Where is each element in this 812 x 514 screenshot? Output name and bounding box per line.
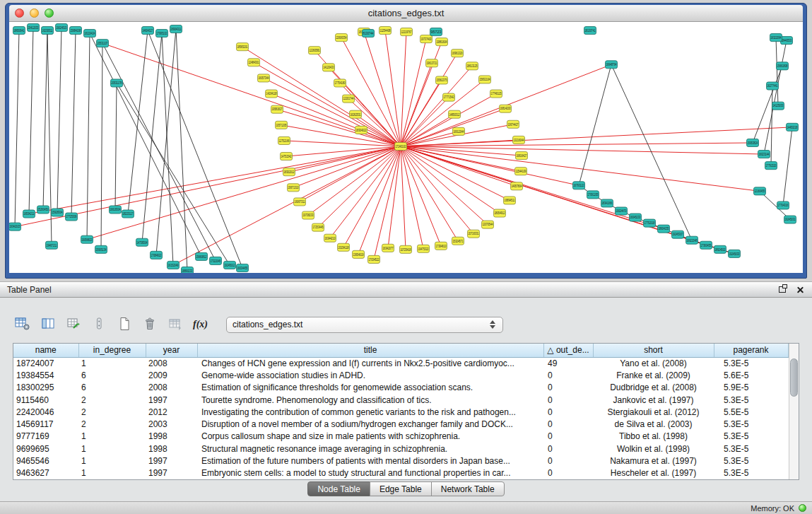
cell-name[interactable]: 18724007: [13, 357, 78, 369]
graph-node[interactable]: 19475322: [418, 245, 430, 252]
table-row[interactable]: 1830029562008Estimation of significance …: [13, 382, 788, 394]
graph-node[interactable]: 17791520: [765, 162, 777, 170]
cell-out_degree[interactable]: 0: [543, 394, 593, 406]
table-row[interactable]: 1938455462009Genome-wide association stu…: [13, 369, 788, 381]
tab-edge-table[interactable]: Edge Table: [370, 481, 432, 496]
column-header-in_degree[interactable]: in_degree: [78, 344, 146, 357]
cell-short[interactable]: Jankovic et al. (1997): [593, 394, 714, 406]
graph-node[interactable]: 15562375: [436, 76, 448, 84]
network-graph-canvas[interactable]: 1856520112484301160573441420411819581827…: [9, 22, 803, 273]
graph-node[interactable]: 11544109: [515, 168, 527, 175]
graph-node[interactable]: 19581827: [271, 105, 283, 113]
graph-edge[interactable]: [783, 127, 792, 206]
graph-node[interactable]: 16912044: [453, 127, 465, 135]
graph-node[interactable]: 17084922: [151, 251, 163, 259]
cell-name[interactable]: 18300295: [13, 382, 78, 394]
select-columns-button[interactable]: [37, 314, 59, 335]
graph-node[interactable]: 16922048: [686, 236, 698, 244]
close-panel-icon[interactable]: [796, 285, 805, 294]
graph-node[interactable]: 22606354: [336, 34, 348, 42]
graph-node[interactable]: 16894511: [504, 197, 516, 204]
graph-node[interactable]: 18604155: [658, 225, 670, 233]
graph-node[interactable]: 8130744: [363, 30, 375, 37]
graph-edge[interactable]: [401, 39, 426, 146]
graph-node[interactable]: 16230511: [42, 27, 54, 35]
graph-node[interactable]: 18302012: [283, 168, 295, 176]
graph-node[interactable]: 26904311: [170, 25, 182, 33]
cell-year[interactable]: 1997: [146, 467, 197, 479]
cell-year[interactable]: 2008: [146, 357, 197, 369]
graph-node[interactable]: 19467211: [46, 241, 58, 249]
cell-pagerank[interactable]: 5.3E-5: [714, 394, 788, 406]
graph-edge[interactable]: [162, 33, 173, 265]
graph-node[interactable]: 18223117: [122, 210, 134, 218]
cell-in_degree[interactable]: 1: [78, 467, 146, 479]
table-settings-button[interactable]: [11, 314, 33, 335]
cell-out_degree[interactable]: 49: [543, 357, 593, 369]
graph-node[interactable]: 17752018: [644, 219, 656, 227]
function-builder-button[interactable]: f(x): [189, 314, 211, 335]
cell-name[interactable]: 9777169: [13, 431, 78, 443]
graph-edge[interactable]: [15, 30, 19, 227]
graph-node[interactable]: 13654019: [353, 250, 365, 258]
column-header-short[interactable]: short: [593, 344, 714, 357]
edit-table-button[interactable]: [62, 314, 84, 335]
cell-title[interactable]: Tourette syndrome. Phenomenology and cla…: [197, 394, 543, 406]
column-header-out_degree[interactable]: △ out_de...: [543, 344, 593, 357]
graph-node[interactable]: 19861604: [436, 38, 448, 46]
graph-node[interactable]: 13216044: [513, 136, 525, 144]
graph-node[interactable]: 19245012: [224, 261, 236, 269]
graph-node[interactable]: 16277441: [767, 82, 779, 90]
graph-node[interactable]: 19738233: [302, 211, 314, 219]
graph-node[interactable]: 19245031: [784, 216, 796, 223]
graph-node[interactable]: 14751542: [281, 153, 293, 160]
tab-node-table[interactable]: Node Table: [307, 481, 370, 496]
cell-out_degree[interactable]: 0: [543, 443, 593, 455]
row-tool-button[interactable]: [88, 314, 110, 335]
graph-node[interactable]: 18924502: [714, 245, 726, 253]
graph-node[interactable]: 15832104: [479, 76, 491, 83]
graph-node[interactable]: 16045233: [630, 214, 642, 221]
cell-pagerank[interactable]: 5.6E-5: [714, 369, 788, 381]
cell-year[interactable]: 1998: [146, 443, 197, 455]
delete-table-button[interactable]: [139, 314, 160, 335]
cell-short[interactable]: Dudbridge et al. (2008): [593, 382, 714, 394]
graph-node[interactable]: 20531178: [111, 79, 123, 87]
cell-pagerank[interactable]: 5.3E-5: [714, 357, 788, 369]
minimize-window-button[interactable]: [30, 8, 39, 18]
graph-node[interactable]: 18304022: [355, 126, 367, 134]
graph-node[interactable]: 19056823: [81, 235, 93, 243]
import-table-button[interactable]: [164, 314, 186, 335]
graph-node[interactable]: 15661808: [777, 62, 789, 70]
graph-node[interactable]: 20154118: [338, 243, 350, 251]
graph-node[interactable]: 14120433: [323, 64, 335, 71]
graph-edge[interactable]: [764, 40, 787, 154]
graph-node[interactable]: 16342077: [382, 244, 394, 252]
graph-node[interactable]: 16618304: [110, 206, 122, 214]
graph-node[interactable]: 10674427: [507, 120, 519, 128]
network-table-selector[interactable]: citations_edges.txt: [226, 317, 503, 333]
graph-node[interactable]: 16814203: [500, 105, 512, 112]
cell-year[interactable]: 2012: [146, 406, 197, 418]
cell-in_degree[interactable]: 1: [78, 455, 146, 467]
graph-node[interactable]: 18130741: [584, 27, 596, 35]
cell-name[interactable]: 14569117: [13, 418, 78, 430]
graph-node[interactable]: 17091205: [587, 191, 599, 199]
graph-node[interactable]: 95723: [430, 28, 442, 36]
column-header-year[interactable]: year: [146, 344, 197, 357]
graph-node[interactable]: 25260450: [37, 206, 49, 214]
graph-edge[interactable]: [29, 28, 33, 214]
graph-node[interactable]: 20412033: [28, 24, 40, 32]
graph-node[interactable]: 17740115: [490, 90, 502, 98]
column-header-name[interactable]: name: [13, 344, 78, 357]
graph-node[interactable]: 15928304: [52, 209, 64, 216]
cell-title[interactable]: Corpus callosum shape and size in male p…: [197, 431, 543, 443]
graph-node[interactable]: 16057344: [258, 74, 270, 82]
graph-node[interactable]: 14957804: [511, 182, 523, 190]
cell-in_degree[interactable]: 2: [78, 418, 146, 430]
graph-node[interactable]: 19342015: [9, 223, 21, 230]
graph-node[interactable]: 10571205: [276, 121, 288, 129]
graph-edge[interactable]: [401, 146, 423, 249]
graph-edge[interactable]: [401, 146, 406, 250]
close-window-button[interactable]: [15, 8, 24, 18]
